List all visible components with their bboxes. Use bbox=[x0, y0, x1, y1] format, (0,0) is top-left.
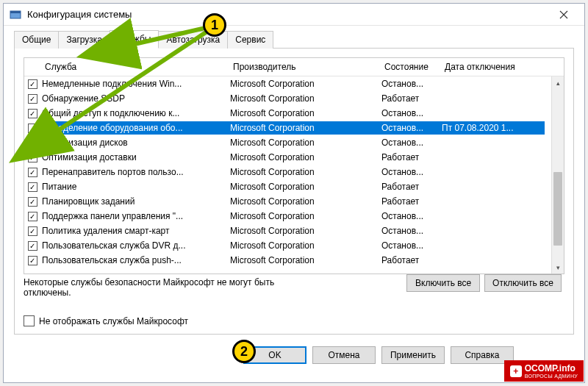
cell-date bbox=[440, 244, 545, 247]
cell-manufacturer: Microsoft Corporation bbox=[229, 165, 380, 179]
table-row[interactable]: ✓Перенаправитель портов пользо...Microso… bbox=[24, 165, 551, 179]
table-row[interactable]: ✓Оптимизация дисковMicrosoft Corporation… bbox=[24, 135, 551, 150]
table-row[interactable]: ✓Общий доступ к подключению к...Microsof… bbox=[24, 106, 551, 121]
cell-date bbox=[440, 259, 545, 262]
row-checkbox[interactable]: ✓ bbox=[24, 256, 40, 265]
table-row[interactable]: ✓Пользовательская служба push-...Microso… bbox=[24, 253, 551, 268]
cell-date bbox=[440, 171, 545, 174]
watermark-sub: ВОПРОСЫ АДМИНУ bbox=[525, 374, 578, 379]
cancel-button[interactable]: Отмена bbox=[312, 346, 376, 364]
cell-status: Работает bbox=[380, 92, 440, 105]
table-row[interactable]: ✓Немедленные подключения Win...Microsoft… bbox=[24, 76, 551, 91]
table-row[interactable]: ✓Планировщик заданийMicrosoft Corporatio… bbox=[24, 194, 551, 209]
column-date[interactable]: Дата отключения bbox=[440, 58, 545, 76]
cell-manufacturer: Microsoft Corporation bbox=[229, 121, 380, 135]
row-checkbox[interactable] bbox=[24, 124, 40, 133]
cell-status: Работает bbox=[380, 151, 440, 164]
row-checkbox[interactable]: ✓ bbox=[24, 79, 40, 89]
cell-service: Пользовательская служба push-... bbox=[40, 254, 229, 267]
table-row[interactable]: ✓Политика удаления смарт-картMicrosoft C… bbox=[24, 224, 551, 238]
row-checkbox[interactable]: ✓ bbox=[24, 109, 40, 118]
enable-all-button[interactable]: Включить все bbox=[406, 274, 480, 292]
plus-icon: + bbox=[510, 365, 522, 377]
cell-date bbox=[440, 112, 545, 115]
cell-date bbox=[440, 185, 545, 188]
row-checkbox[interactable]: ✓ bbox=[24, 182, 40, 192]
hide-ms-checkbox[interactable] bbox=[24, 315, 35, 326]
cell-manufacturer: Microsoft Corporation bbox=[229, 92, 380, 105]
cell-date bbox=[440, 82, 545, 85]
table-row[interactable]: Определение оборудования обо...Microsoft… bbox=[24, 121, 551, 135]
cell-status: Останов... bbox=[380, 239, 440, 252]
titlebar: Конфигурация системы bbox=[4, 4, 584, 26]
cell-manufacturer: Microsoft Corporation bbox=[229, 107, 380, 120]
scroll-up-icon[interactable]: ▴ bbox=[552, 76, 564, 89]
watermark: + OCOMP.info ВОПРОСЫ АДМИНУ bbox=[504, 360, 584, 382]
cell-status: Останов... bbox=[380, 224, 440, 237]
cell-status: Работает bbox=[380, 254, 440, 267]
cell-status: Останов... bbox=[380, 77, 440, 90]
cell-status: Работает bbox=[380, 180, 440, 193]
row-checkbox[interactable]: ✓ bbox=[24, 168, 40, 177]
cell-manufacturer: Microsoft Corporation bbox=[229, 254, 380, 267]
cell-service: Планировщик заданий bbox=[40, 195, 229, 208]
cell-status: Работает bbox=[380, 195, 440, 208]
row-checkbox[interactable]: ✓ bbox=[24, 212, 40, 221]
table-row[interactable]: ✓ПитаниеMicrosoft CorporationРаботает bbox=[24, 179, 551, 194]
cell-service: Поддержка панели управления "... bbox=[40, 210, 229, 223]
column-status[interactable]: Состояние bbox=[380, 58, 440, 76]
cell-service: Перенаправитель портов пользо... bbox=[40, 165, 229, 179]
tab-general[interactable]: Общие bbox=[14, 31, 59, 49]
row-checkbox[interactable]: ✓ bbox=[24, 153, 40, 162]
cell-date: Пт 07.08.2020 1... bbox=[440, 121, 545, 135]
annotation-marker-1: 1 bbox=[203, 13, 226, 37]
scroll-thumb[interactable] bbox=[553, 172, 562, 246]
vertical-scrollbar[interactable]: ▴ ▾ bbox=[551, 76, 564, 274]
row-checkbox[interactable]: ✓ bbox=[24, 226, 40, 236]
listview-body[interactable]: ✓Немедленные подключения Win...Microsoft… bbox=[24, 76, 551, 274]
cell-manufacturer: Microsoft Corporation bbox=[229, 224, 380, 237]
cell-service: Немедленные подключения Win... bbox=[40, 77, 229, 90]
tab-panel-services: ▲ Служба Производитель Состояние Дата от… bbox=[14, 48, 574, 335]
apply-button[interactable]: Применить bbox=[381, 346, 445, 364]
cell-status: Останов... bbox=[380, 210, 440, 223]
sort-caret-icon: ▲ bbox=[132, 60, 137, 66]
cell-service: Общий доступ к подключению к... bbox=[40, 107, 229, 120]
row-checkbox[interactable]: ✓ bbox=[24, 241, 40, 251]
tab-services[interactable]: Службы bbox=[110, 30, 159, 49]
hide-ms-label: Не отображать службы Майкрософт bbox=[39, 316, 188, 326]
cell-status: Останов... bbox=[380, 165, 440, 179]
table-row[interactable]: ✓Обнаружение SSDPMicrosoft CorporationРа… bbox=[24, 91, 551, 106]
scroll-down-icon[interactable]: ▾ bbox=[552, 261, 564, 274]
cell-date bbox=[440, 200, 545, 203]
column-service-label: Служба bbox=[45, 62, 76, 72]
table-row[interactable]: ✓Оптимизация доставкиMicrosoft Corporati… bbox=[24, 150, 551, 165]
cell-manufacturer: Microsoft Corporation bbox=[229, 210, 380, 223]
tabstrip: Общие Загрузка Службы Автозагрузка Серви… bbox=[14, 30, 574, 49]
row-checkbox[interactable]: ✓ bbox=[24, 197, 40, 207]
svg-rect-1 bbox=[10, 11, 21, 13]
cell-date bbox=[440, 97, 545, 100]
cell-date bbox=[440, 229, 545, 232]
cell-manufacturer: Microsoft Corporation bbox=[229, 77, 380, 90]
disable-all-button[interactable]: Отключить все bbox=[484, 274, 562, 292]
close-button[interactable] bbox=[549, 6, 578, 24]
annotation-marker-2: 2 bbox=[232, 340, 256, 363]
row-checkbox[interactable]: ✓ bbox=[24, 138, 40, 148]
cell-status: Останов... bbox=[380, 107, 440, 120]
watermark-main: OCOMP.info bbox=[525, 363, 576, 374]
table-row[interactable]: ✓Поддержка панели управления "...Microso… bbox=[24, 209, 551, 224]
tab-boot[interactable]: Загрузка bbox=[58, 31, 110, 49]
listview-header: ▲ Служба Производитель Состояние Дата от… bbox=[24, 58, 564, 76]
services-listview: ▲ Служба Производитель Состояние Дата от… bbox=[24, 57, 564, 274]
cell-service: Оптимизация дисков bbox=[40, 136, 229, 149]
hide-ms-row: Не отображать службы Майкрософт bbox=[24, 315, 564, 326]
cell-date bbox=[440, 141, 545, 144]
window-title: Конфигурация системы bbox=[27, 9, 549, 20]
row-checkbox[interactable]: ✓ bbox=[24, 94, 40, 104]
column-service[interactable]: ▲ Служба bbox=[40, 58, 229, 76]
column-manufacturer[interactable]: Производитель bbox=[229, 58, 380, 76]
table-row[interactable]: ✓Пользовательская служба DVR д...Microso… bbox=[24, 238, 551, 253]
tab-tools[interactable]: Сервис bbox=[227, 31, 273, 49]
cell-service: Оптимизация доставки bbox=[40, 151, 229, 164]
